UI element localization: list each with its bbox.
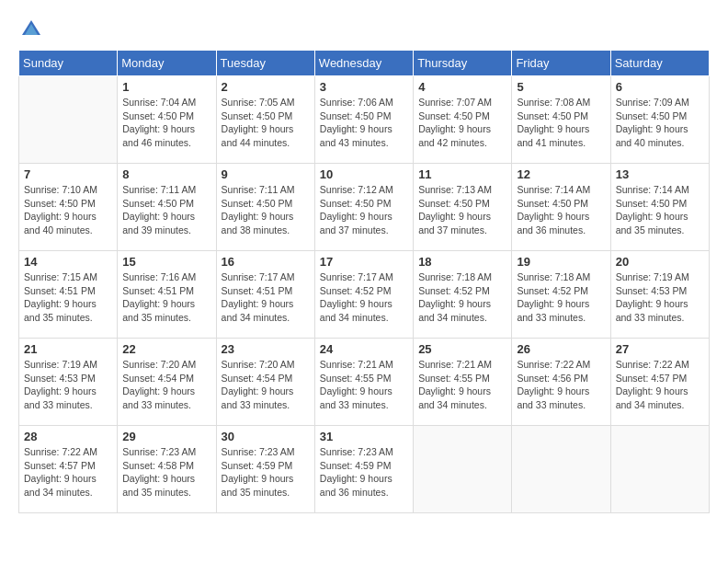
sunset-text: Sunset: 4:50 PM <box>517 109 605 123</box>
daylight-text: Daylight: 9 hours and 33 minutes. <box>222 385 310 411</box>
calendar-cell: 11 Sunrise: 7:13 AM Sunset: 4:50 PM Dayl… <box>414 164 512 251</box>
sunset-text: Sunset: 4:55 PM <box>418 372 506 385</box>
day-number: 30 <box>222 430 310 443</box>
sunset-text: Sunset: 4:58 PM <box>122 459 210 473</box>
day-info: Sunrise: 7:19 AM Sunset: 4:53 PM Dayligh… <box>24 358 112 412</box>
calendar-cell: 6 Sunrise: 7:09 AM Sunset: 4:50 PM Dayli… <box>610 76 709 164</box>
day-info: Sunrise: 7:14 AM Sunset: 4:50 PM Dayligh… <box>517 183 605 237</box>
sunrise-text: Sunrise: 7:17 AM <box>222 270 310 284</box>
day-info: Sunrise: 7:11 AM Sunset: 4:50 PM Dayligh… <box>122 183 210 237</box>
calendar-cell: 15 Sunrise: 7:16 AM Sunset: 4:51 PM Dayl… <box>118 251 216 339</box>
sunrise-text: Sunrise: 7:13 AM <box>418 183 506 197</box>
day-number: 7 <box>24 167 112 181</box>
sunrise-text: Sunrise: 7:18 AM <box>418 270 506 284</box>
day-number: 23 <box>222 342 310 356</box>
day-number: 5 <box>517 80 605 94</box>
sunset-text: Sunset: 4:52 PM <box>418 284 506 298</box>
daylight-text: Daylight: 9 hours and 35 minutes. <box>616 210 704 236</box>
daylight-text: Daylight: 9 hours and 33 minutes. <box>616 297 704 324</box>
day-number: 12 <box>517 167 605 181</box>
daylight-text: Daylight: 9 hours and 44 minutes. <box>222 122 310 149</box>
day-info: Sunrise: 7:20 AM Sunset: 4:54 PM Dayligh… <box>122 358 210 412</box>
day-number: 29 <box>122 430 210 443</box>
day-number: 14 <box>24 255 112 269</box>
sunset-text: Sunset: 4:50 PM <box>122 109 210 123</box>
sunset-text: Sunset: 4:50 PM <box>616 197 704 211</box>
day-number: 10 <box>320 167 408 181</box>
daylight-text: Daylight: 9 hours and 38 minutes. <box>222 210 310 236</box>
day-number: 9 <box>222 167 310 181</box>
day-info: Sunrise: 7:08 AM Sunset: 4:50 PM Dayligh… <box>517 96 605 150</box>
calendar-cell: 19 Sunrise: 7:18 AM Sunset: 4:52 PM Dayl… <box>512 251 610 339</box>
calendar-cell: 18 Sunrise: 7:18 AM Sunset: 4:52 PM Dayl… <box>414 251 512 339</box>
sunset-text: Sunset: 4:53 PM <box>24 372 112 385</box>
sunrise-text: Sunrise: 7:08 AM <box>517 96 605 109</box>
day-info: Sunrise: 7:10 AM Sunset: 4:50 PM Dayligh… <box>24 183 112 237</box>
day-header-thursday: Thursday <box>414 51 512 76</box>
daylight-text: Daylight: 9 hours and 40 minutes. <box>24 210 112 236</box>
daylight-text: Daylight: 9 hours and 36 minutes. <box>517 210 605 236</box>
sunrise-text: Sunrise: 7:19 AM <box>616 270 704 284</box>
day-info: Sunrise: 7:23 AM Sunset: 4:59 PM Dayligh… <box>222 445 310 500</box>
day-info: Sunrise: 7:23 AM Sunset: 4:58 PM Dayligh… <box>122 445 210 500</box>
calendar-cell: 22 Sunrise: 7:20 AM Sunset: 4:54 PM Dayl… <box>118 339 216 426</box>
day-header-friday: Friday <box>512 51 610 76</box>
calendar-cell <box>610 426 709 513</box>
sunrise-text: Sunrise: 7:11 AM <box>122 183 210 197</box>
calendar-week-row: 28 Sunrise: 7:22 AM Sunset: 4:57 PM Dayl… <box>19 426 710 513</box>
daylight-text: Daylight: 9 hours and 37 minutes. <box>418 210 506 236</box>
sunrise-text: Sunrise: 7:10 AM <box>24 183 112 197</box>
day-number: 2 <box>222 80 310 94</box>
sunset-text: Sunset: 4:51 PM <box>122 284 210 298</box>
sunrise-text: Sunrise: 7:06 AM <box>320 96 408 109</box>
calendar-cell: 24 Sunrise: 7:21 AM Sunset: 4:55 PM Dayl… <box>314 339 413 426</box>
calendar-cell: 7 Sunrise: 7:10 AM Sunset: 4:50 PM Dayli… <box>19 164 118 251</box>
day-header-saturday: Saturday <box>610 51 709 76</box>
day-info: Sunrise: 7:23 AM Sunset: 4:59 PM Dayligh… <box>320 445 408 500</box>
day-number: 28 <box>24 430 112 443</box>
calendar-cell: 5 Sunrise: 7:08 AM Sunset: 4:50 PM Dayli… <box>512 76 610 164</box>
sunrise-text: Sunrise: 7:19 AM <box>24 358 112 372</box>
daylight-text: Daylight: 9 hours and 37 minutes. <box>320 210 408 236</box>
calendar-cell: 25 Sunrise: 7:21 AM Sunset: 4:55 PM Dayl… <box>414 339 512 426</box>
day-info: Sunrise: 7:18 AM Sunset: 4:52 PM Dayligh… <box>418 270 506 325</box>
sunset-text: Sunset: 4:57 PM <box>616 372 704 385</box>
calendar-cell: 30 Sunrise: 7:23 AM Sunset: 4:59 PM Dayl… <box>216 426 314 513</box>
calendar-cell: 29 Sunrise: 7:23 AM Sunset: 4:58 PM Dayl… <box>118 426 216 513</box>
sunset-text: Sunset: 4:50 PM <box>418 197 506 211</box>
sunrise-text: Sunrise: 7:04 AM <box>122 96 210 109</box>
sunrise-text: Sunrise: 7:18 AM <box>517 270 605 284</box>
sunset-text: Sunset: 4:51 PM <box>222 284 310 298</box>
calendar-cell: 17 Sunrise: 7:17 AM Sunset: 4:52 PM Dayl… <box>314 251 413 339</box>
calendar-cell: 3 Sunrise: 7:06 AM Sunset: 4:50 PM Dayli… <box>314 76 413 164</box>
day-info: Sunrise: 7:14 AM Sunset: 4:50 PM Dayligh… <box>616 183 704 237</box>
day-info: Sunrise: 7:12 AM Sunset: 4:50 PM Dayligh… <box>320 183 408 237</box>
daylight-text: Daylight: 9 hours and 35 minutes. <box>122 472 210 499</box>
day-info: Sunrise: 7:22 AM Sunset: 4:56 PM Dayligh… <box>517 358 605 412</box>
day-number: 21 <box>24 342 112 356</box>
sunset-text: Sunset: 4:55 PM <box>320 372 408 385</box>
daylight-text: Daylight: 9 hours and 35 minutes. <box>222 472 310 499</box>
day-number: 19 <box>517 255 605 269</box>
sunset-text: Sunset: 4:50 PM <box>222 109 310 123</box>
sunset-text: Sunset: 4:52 PM <box>320 284 408 298</box>
sunset-text: Sunset: 4:52 PM <box>517 284 605 298</box>
daylight-text: Daylight: 9 hours and 33 minutes. <box>517 385 605 411</box>
calendar-cell <box>414 426 512 513</box>
sunset-text: Sunset: 4:50 PM <box>418 109 506 123</box>
sunrise-text: Sunrise: 7:21 AM <box>320 358 408 372</box>
daylight-text: Daylight: 9 hours and 40 minutes. <box>616 122 704 149</box>
day-header-monday: Monday <box>118 51 216 76</box>
sunset-text: Sunset: 4:57 PM <box>24 459 112 473</box>
day-number: 15 <box>122 255 210 269</box>
sunset-text: Sunset: 4:53 PM <box>616 284 704 298</box>
logo-icon <box>20 18 42 40</box>
calendar-header-row: SundayMondayTuesdayWednesdayThursdayFrid… <box>19 51 710 76</box>
sunrise-text: Sunrise: 7:07 AM <box>418 96 506 109</box>
day-info: Sunrise: 7:16 AM Sunset: 4:51 PM Dayligh… <box>122 270 210 325</box>
calendar-cell: 2 Sunrise: 7:05 AM Sunset: 4:50 PM Dayli… <box>216 76 314 164</box>
day-number: 31 <box>320 430 408 443</box>
day-number: 6 <box>616 80 704 94</box>
day-number: 26 <box>517 342 605 356</box>
sunrise-text: Sunrise: 7:22 AM <box>616 358 704 372</box>
